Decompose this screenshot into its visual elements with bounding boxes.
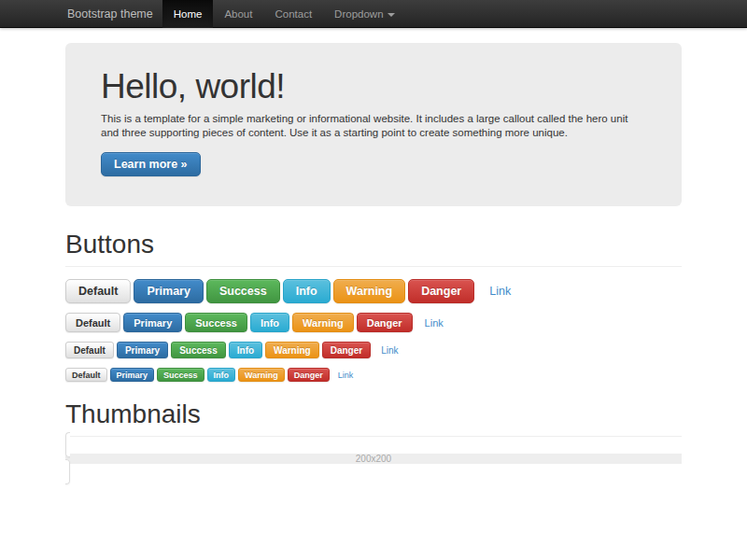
default-button-md[interactable]: Default	[65, 313, 120, 332]
link-button-lg[interactable]: Link	[477, 279, 523, 303]
danger-button-sm[interactable]: Danger	[322, 342, 371, 358]
default-button-xs[interactable]: Default	[65, 368, 107, 382]
success-button-xs[interactable]: Success	[157, 368, 204, 382]
caret-down-icon	[388, 13, 395, 17]
top-navbar: Bootstrap theme Home About Contact Dropd…	[0, 0, 747, 28]
info-button-xs[interactable]: Info	[207, 368, 236, 382]
navbar-brand[interactable]: Bootstrap theme	[65, 0, 162, 28]
nav-item-home[interactable]: Home	[162, 0, 214, 28]
link-button-md[interactable]: Link	[416, 313, 453, 332]
warning-button-sm[interactable]: Warning	[265, 342, 319, 358]
info-button-sm[interactable]: Info	[229, 342, 262, 358]
danger-button-md[interactable]: Danger	[357, 313, 413, 332]
nav-item-dropdown-label: Dropdown	[334, 0, 383, 28]
link-button-sm[interactable]: Link	[374, 342, 405, 358]
primary-button-lg[interactable]: Primary	[134, 279, 204, 303]
hero-unit: Hello, world! This is a template for a s…	[65, 43, 682, 206]
success-button-sm[interactable]: Success	[171, 342, 226, 358]
buttons-section-title: Buttons	[65, 231, 682, 267]
warning-button-md[interactable]: Warning	[292, 313, 354, 332]
placeholder-image: 200x200	[65, 454, 682, 464]
button-row-lg: DefaultPrimarySuccessInfoWarningDangerLi…	[65, 279, 682, 303]
hero-description: This is a template for a simple marketin…	[101, 112, 638, 140]
default-button-lg[interactable]: Default	[65, 279, 131, 303]
primary-button-sm[interactable]: Primary	[117, 342, 168, 358]
nav-item-dropdown[interactable]: Dropdown	[323, 0, 405, 28]
thumbnail-item[interactable]: 200x200	[65, 432, 682, 484]
nav-item-contact[interactable]: Contact	[263, 0, 323, 28]
button-row-xs: DefaultPrimarySuccessInfoWarningDangerLi…	[65, 368, 682, 382]
navbar-container: Bootstrap theme Home About Contact Dropd…	[65, 0, 682, 28]
button-rows: DefaultPrimarySuccessInfoWarningDangerLi…	[65, 279, 682, 382]
button-row-md: DefaultPrimarySuccessInfoWarningDangerLi…	[65, 313, 682, 332]
button-row-sm: DefaultPrimarySuccessInfoWarningDangerLi…	[65, 342, 682, 358]
default-button-sm[interactable]: Default	[65, 342, 114, 358]
success-button-md[interactable]: Success	[185, 313, 247, 332]
thumbnails-section-title: Thumbnails	[65, 400, 682, 437]
warning-button-lg[interactable]: Warning	[333, 279, 406, 303]
danger-button-xs[interactable]: Danger	[288, 368, 330, 382]
primary-button-xs[interactable]: Primary	[110, 368, 155, 382]
nav-item-about[interactable]: About	[213, 0, 263, 28]
nav-item-contact-label: Contact	[275, 0, 312, 28]
nav-item-about-label: About	[224, 0, 252, 28]
success-button-lg[interactable]: Success	[206, 279, 280, 303]
main-content: Hello, world! This is a template for a s…	[65, 43, 682, 481]
info-button-md[interactable]: Info	[250, 313, 289, 332]
primary-button-md[interactable]: Primary	[123, 313, 182, 332]
link-button-xs[interactable]: Link	[332, 368, 359, 382]
danger-button-lg[interactable]: Danger	[408, 279, 474, 303]
warning-button-xs[interactable]: Warning	[238, 368, 285, 382]
info-button-lg[interactable]: Info	[283, 279, 331, 303]
navbar-menu: Home About Contact Dropdown	[162, 0, 406, 28]
learn-more-button[interactable]: Learn more »	[101, 152, 201, 176]
hero-title: Hello, world!	[101, 68, 646, 105]
nav-item-home-label: Home	[174, 0, 203, 28]
